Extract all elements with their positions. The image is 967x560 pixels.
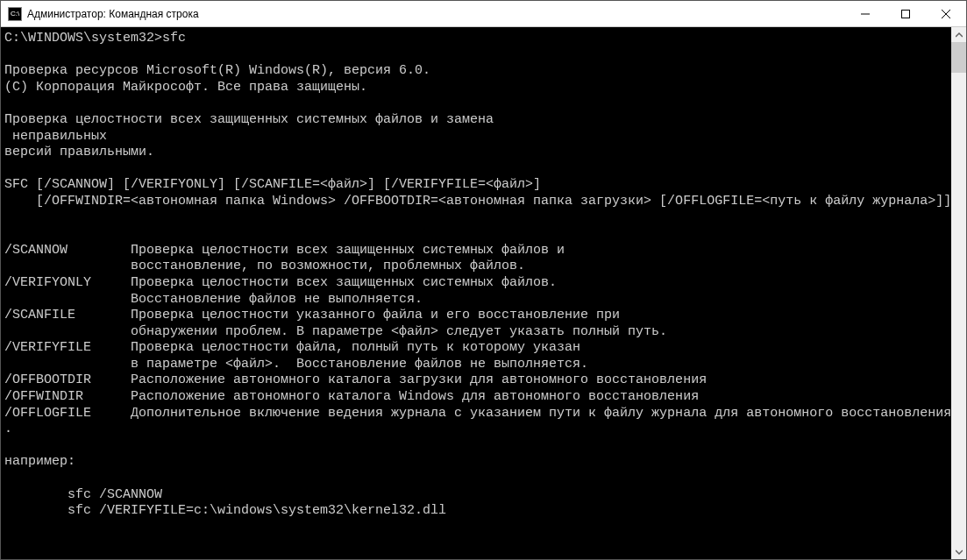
close-button[interactable] bbox=[926, 1, 966, 27]
scroll-track[interactable] bbox=[951, 42, 966, 544]
minimize-icon bbox=[861, 10, 870, 18]
chevron-down-icon bbox=[956, 549, 963, 556]
application-window: C:\ Администратор: Командная строка C:\W… bbox=[0, 0, 967, 560]
cmd-icon: C:\ bbox=[8, 7, 22, 21]
close-icon bbox=[942, 10, 950, 18]
window-controls bbox=[845, 1, 966, 27]
client-area: C:\WINDOWS\system32>sfc Проверка ресурсо… bbox=[1, 27, 966, 559]
minimize-button[interactable] bbox=[845, 1, 885, 27]
scroll-thumb[interactable] bbox=[951, 42, 966, 73]
vertical-scrollbar[interactable] bbox=[951, 27, 966, 559]
titlebar[interactable]: C:\ Администратор: Командная строка bbox=[1, 1, 966, 27]
console-output[interactable]: C:\WINDOWS\system32>sfc Проверка ресурсо… bbox=[1, 27, 966, 520]
svg-rect-1 bbox=[902, 11, 910, 18]
scroll-down-button[interactable] bbox=[951, 544, 966, 559]
maximize-button[interactable] bbox=[885, 1, 926, 27]
scroll-up-button[interactable] bbox=[951, 27, 966, 42]
window-title: Администратор: Командная строка bbox=[27, 8, 199, 20]
chevron-up-icon bbox=[956, 32, 963, 39]
maximize-icon bbox=[901, 10, 910, 18]
